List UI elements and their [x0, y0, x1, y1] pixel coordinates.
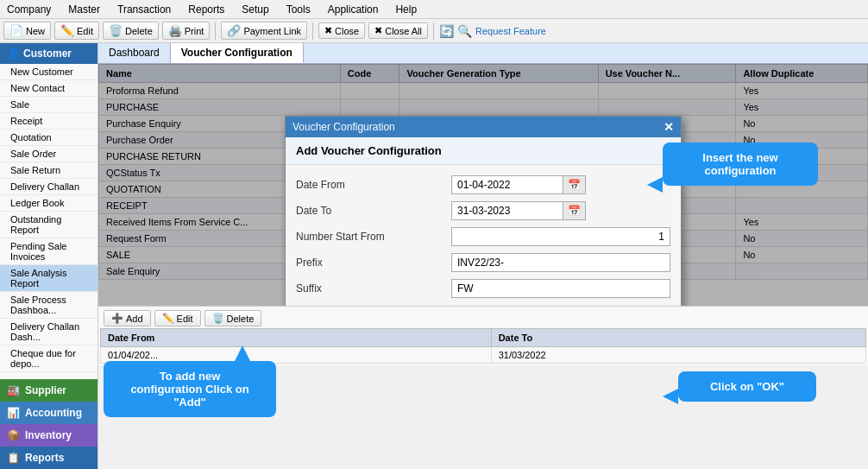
reports-icon: 📋 [7, 452, 20, 464]
sidebar-reports[interactable]: 📋 Reports [0, 447, 97, 469]
sidebar-accounting[interactable]: 📊 Accounting [0, 402, 97, 424]
date-to-cell: 31/03/2022 [491, 347, 865, 364]
date-table: Date From Date To 01/04/202... 31/03/202… [100, 328, 866, 364]
delete-button[interactable]: 🗑️Delete [103, 22, 159, 40]
tab-voucher-config[interactable]: Voucher Configuration [171, 43, 304, 63]
suffix-label: Suffix [296, 282, 451, 295]
sidebar-cheque-due[interactable]: Cheque due for depo... [0, 345, 97, 372]
inventory-icon: 📦 [7, 429, 20, 441]
date-to-col: Date To [491, 329, 865, 347]
sidebar-receipt[interactable]: Receipt [0, 113, 97, 130]
new-button[interactable]: 📄New [3, 22, 51, 40]
menu-setup[interactable]: Setup [238, 3, 272, 16]
menu-bar: Company Master Transaction Reports Setup… [0, 0, 868, 19]
sidebar-new-customer[interactable]: New Customer [0, 64, 97, 80]
add-button[interactable]: ➕ Add [104, 310, 151, 326]
modal-titlebar: Voucher Configuration ✕ [286, 117, 681, 137]
close-button[interactable]: ✖Close [318, 22, 365, 39]
date-from-label: Date From [296, 179, 451, 191]
suffix-input[interactable] [451, 279, 670, 298]
edit-button[interactable]: ✏️Edit [54, 22, 99, 40]
sidebar-customer-section[interactable]: 👤 Customer [0, 43, 97, 64]
payment-link-button[interactable]: 🔗Payment Link [221, 22, 307, 40]
modal-close-button[interactable]: ✕ [664, 120, 674, 134]
separator [215, 22, 216, 40]
menu-help[interactable]: Help [392, 3, 420, 16]
delete-icon: 🗑️ [212, 313, 224, 324]
sidebar-sale-return[interactable]: Sale Return [0, 162, 97, 179]
close-all-button[interactable]: ✖Close All [368, 22, 428, 39]
voucher-config-modal: Voucher Configuration ✕ Add Voucher Conf… [285, 116, 682, 306]
menu-reports[interactable]: Reports [185, 3, 228, 16]
accounting-icon: 📊 [7, 407, 20, 419]
date-to-label: Date To [296, 205, 451, 217]
prefix-input[interactable] [451, 253, 670, 272]
content-area: Dashboard Voucher Configuration Name Cod… [98, 43, 868, 469]
edit-action-button[interactable]: ✏️ Edit [154, 310, 201, 326]
add-icon: ➕ [111, 313, 123, 324]
tab-bar: Dashboard Voucher Configuration [98, 43, 868, 64]
delete-action-button[interactable]: 🗑️ Delete [204, 310, 262, 326]
number-start-row: Number Start From [296, 227, 670, 246]
sidebar-supplier[interactable]: 🏭 Supplier [0, 379, 97, 402]
bottom-bar: ➕ Add ✏️ Edit 🗑️ Delete Date From Date T… [98, 306, 868, 365]
refresh-icon[interactable]: 🔄 [439, 24, 454, 38]
prefix-label: Prefix [296, 257, 451, 269]
date-from-input[interactable] [451, 175, 563, 194]
number-start-label: Number Start From [296, 231, 451, 243]
sidebar-sale-process-dashboard[interactable]: Sale Process Dashboa... [0, 292, 97, 319]
main-layout: 👤 Customer New Customer New Contact Sale… [0, 43, 868, 469]
sidebar-quotation[interactable]: Quotation [0, 130, 97, 146]
tab-dashboard[interactable]: Dashboard [98, 43, 171, 63]
suffix-row: Suffix [296, 279, 670, 298]
sidebar: 👤 Customer New Customer New Contact Sale… [0, 43, 98, 469]
modal-title: Voucher Configuration [292, 121, 395, 133]
menu-transaction[interactable]: Transaction [114, 3, 174, 16]
toolbar: 📄New ✏️Edit 🗑️Delete 🖨️Print 🔗Payment Li… [0, 19, 868, 43]
date-from-cell: 01/04/202... [101, 347, 492, 364]
sidebar-new-contact[interactable]: New Contact [0, 80, 97, 97]
sidebar-sale-order[interactable]: Sale Order [0, 146, 97, 162]
date-from-row: Date From 📅 [296, 175, 670, 194]
separator2 [312, 22, 313, 40]
min-width-label: Minimum Width Of Voucher Number [296, 305, 451, 306]
date-to-icon[interactable]: 📅 [563, 201, 586, 220]
search-icon[interactable]: 🔍 [457, 24, 472, 38]
sidebar-inventory[interactable]: 📦 Inventory [0, 424, 97, 447]
sidebar-sale-analysis-report[interactable]: Sale Analysis Report [0, 265, 97, 292]
request-feature-label[interactable]: Request Feature [475, 26, 546, 36]
sidebar-ledger-book[interactable]: Ledger Book [0, 195, 97, 212]
sidebar-bottom: 🏭 Supplier 📊 Accounting 📦 Inventory 📋 Re… [0, 379, 97, 469]
sidebar-sale[interactable]: Sale [0, 97, 97, 113]
sidebar-delivery-challan[interactable]: Delivery Challan [0, 179, 97, 195]
date-to-field: 📅 [451, 201, 586, 220]
date-from-icon[interactable]: 📅 [563, 175, 586, 194]
modal-body: Date From 📅 Date To 📅 [286, 165, 681, 306]
date-from-field: 📅 [451, 175, 586, 194]
print-button[interactable]: 🖨️Print [162, 22, 211, 40]
sidebar-delivery-challan-dash[interactable]: Delivery Challan Dash... [0, 319, 97, 345]
supplier-icon: 🏭 [7, 384, 20, 396]
separator3 [433, 22, 434, 40]
edit-icon: ✏️ [162, 313, 174, 324]
sidebar-outstanding-report[interactable]: Outstanding Report [0, 212, 97, 238]
main-table-area: Name Code Voucher Generation Type Use Vo… [98, 64, 868, 306]
date-to-row: Date To 📅 [296, 201, 670, 220]
date-row: 01/04/202... 31/03/2022 [101, 347, 866, 364]
menu-tools[interactable]: Tools [283, 3, 314, 16]
prefix-row: Prefix [296, 253, 670, 272]
number-start-input[interactable] [451, 227, 670, 246]
min-width-row: Minimum Width Of Voucher Number [296, 305, 670, 306]
menu-master[interactable]: Master [65, 3, 104, 16]
date-to-input[interactable] [451, 201, 563, 220]
menu-company[interactable]: Company [3, 3, 54, 16]
date-from-col: Date From [101, 329, 492, 347]
menu-application[interactable]: Application [324, 3, 382, 16]
sidebar-pending-sale-invoices[interactable]: Pending Sale Invoices [0, 238, 97, 265]
bottom-actions: ➕ Add ✏️ Edit 🗑️ Delete [100, 308, 866, 328]
modal-header: Add Voucher Configuration [286, 137, 681, 165]
modal-overlay: Voucher Configuration ✕ Add Voucher Conf… [98, 64, 868, 306]
